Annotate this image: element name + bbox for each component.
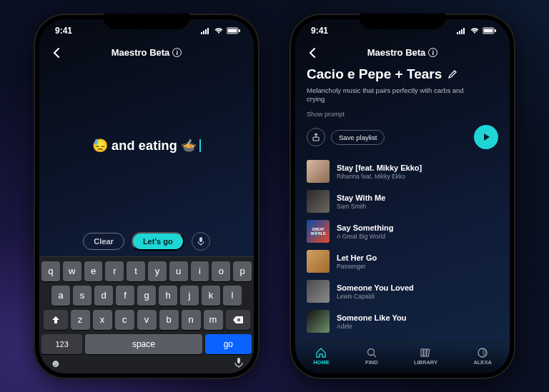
track-name: Someone Like You (337, 313, 406, 322)
action-row: Clear Let's go (39, 228, 254, 256)
header-title: Maestro Beta (112, 47, 170, 58)
key-z[interactable]: z (71, 310, 90, 330)
track-name: Stay With Me (337, 194, 385, 202)
status-time: 9:41 (55, 26, 72, 36)
nav-find[interactable]: FIND (365, 347, 378, 366)
key-q[interactable]: q (41, 261, 60, 281)
battery-icon (483, 27, 497, 34)
key-o[interactable]: o (212, 261, 230, 281)
key-f[interactable]: f (116, 286, 134, 306)
track-row[interactable]: Someone Like YouAdele (304, 306, 501, 336)
header-title: Maestro Beta (367, 47, 426, 58)
edit-icon[interactable] (447, 69, 458, 79)
microphone-button[interactable] (192, 232, 210, 251)
notch (104, 14, 189, 29)
album-art (307, 310, 330, 333)
save-playlist-button[interactable]: Save playlist (331, 130, 385, 145)
dictation-key[interactable] (234, 357, 243, 369)
track-artist: Rihanna feat. Mikky Ekko (337, 173, 422, 180)
key-h[interactable]: h (159, 286, 177, 306)
key-d[interactable]: d (94, 286, 113, 306)
key-b[interactable]: b (159, 310, 179, 330)
info-icon[interactable]: i (428, 48, 437, 57)
back-button[interactable] (304, 44, 321, 61)
prompt-input-area[interactable]: 😓 and eating 🍲 (39, 64, 254, 228)
key-a[interactable]: a (51, 286, 70, 306)
library-icon (420, 347, 431, 358)
svg-rect-11 (461, 29, 463, 34)
nav-library[interactable]: LIBRARY (414, 347, 437, 366)
key-i[interactable]: i (191, 261, 209, 281)
key-t[interactable]: t (127, 261, 145, 281)
track-name: Let Her Go (337, 253, 377, 262)
key-c[interactable]: c (115, 310, 134, 330)
track-row[interactable]: Stay [feat. Mikky Ekko]Rihanna feat. Mik… (304, 156, 501, 186)
key-g[interactable]: g (137, 286, 156, 306)
controls-row: Save playlist (307, 125, 498, 149)
key-j[interactable]: j (180, 286, 199, 306)
track-row[interactable]: GREATW🌍RLD Say SomethingA Great Big Worl… (304, 216, 501, 246)
screen-left: 9:41 Maestro Beta i 😓 and eating 🍲 (39, 19, 254, 373)
key-k[interactable]: k (202, 286, 220, 306)
key-u[interactable]: u (169, 261, 188, 281)
keyboard-row-3: z x c v b n m (41, 310, 252, 330)
info-icon[interactable]: i (172, 48, 182, 57)
svg-rect-9 (457, 32, 458, 34)
key-w[interactable]: w (63, 261, 81, 281)
track-list[interactable]: Stay [feat. Mikky Ekko]Rihanna feat. Mik… (295, 149, 510, 341)
prompt-text: 😓 and eating 🍲 (92, 138, 197, 154)
playlist-header: Cacio e Pepe + Tears Melancholy music th… (295, 64, 510, 150)
key-x[interactable]: x (93, 310, 112, 330)
nav-home[interactable]: HOME (313, 347, 330, 366)
go-button[interactable]: Let's go (132, 232, 184, 251)
notch (360, 14, 445, 29)
key-v[interactable]: v (137, 310, 157, 330)
album-art: GREATW🌍RLD (307, 220, 330, 243)
svg-point-17 (367, 349, 374, 356)
track-row[interactable]: Let Her GoPassenger (304, 246, 501, 276)
key-go[interactable]: go (205, 334, 252, 354)
album-art (307, 250, 330, 273)
header-bar: Maestro Beta i (39, 42, 254, 64)
phone-right: 9:41 Maestro Beta i Cacio e Pepe + Tears… (290, 14, 515, 379)
track-row[interactable]: Stay With MeSam Smith (304, 186, 501, 216)
status-time: 9:41 (311, 26, 328, 36)
key-r[interactable]: r (105, 261, 124, 281)
play-button[interactable] (474, 125, 498, 149)
key-space[interactable]: space (85, 334, 202, 354)
keyboard-row-2: a s d f g h j k l (41, 286, 252, 306)
track-name: Stay [feat. Mikky Ekko] (337, 164, 422, 172)
key-n[interactable]: n (182, 310, 201, 330)
track-row[interactable]: Someone You LovedLewis Capaldi (304, 276, 501, 306)
nav-label: ALEXA (473, 359, 491, 366)
svg-rect-20 (424, 349, 426, 356)
svg-rect-3 (207, 28, 209, 34)
emoji-key[interactable]: ☻ (50, 357, 61, 369)
key-l[interactable]: l (223, 286, 242, 306)
key-s[interactable]: s (73, 286, 92, 306)
album-art (307, 160, 330, 183)
show-prompt-link[interactable]: Show prompt (307, 111, 498, 118)
svg-rect-8 (237, 358, 240, 363)
svg-rect-7 (199, 237, 202, 242)
alexa-icon (477, 347, 488, 358)
screen-right: 9:41 Maestro Beta i Cacio e Pepe + Tears… (295, 19, 510, 373)
keyboard-row-4: 123 space go (41, 334, 252, 354)
svg-rect-15 (495, 29, 496, 32)
key-numbers[interactable]: 123 (41, 334, 82, 354)
wifi-icon (214, 27, 224, 34)
phone-left: 9:41 Maestro Beta i 😓 and eating 🍲 (34, 14, 259, 379)
album-art (307, 280, 330, 303)
key-p[interactable]: p (233, 261, 252, 281)
key-m[interactable]: m (204, 310, 223, 330)
key-e[interactable]: e (84, 261, 103, 281)
back-button[interactable] (48, 44, 65, 61)
key-delete[interactable] (226, 310, 250, 330)
share-button[interactable] (307, 128, 325, 146)
clear-button[interactable]: Clear (83, 233, 124, 250)
bottom-nav: HOME FIND LIBRARY ALEXA (295, 342, 510, 373)
keyboard-row-1: q w e r t y u i o p (41, 261, 252, 281)
nav-alexa[interactable]: ALEXA (473, 347, 491, 366)
key-shift[interactable] (44, 310, 68, 330)
key-y[interactable]: y (148, 261, 167, 281)
